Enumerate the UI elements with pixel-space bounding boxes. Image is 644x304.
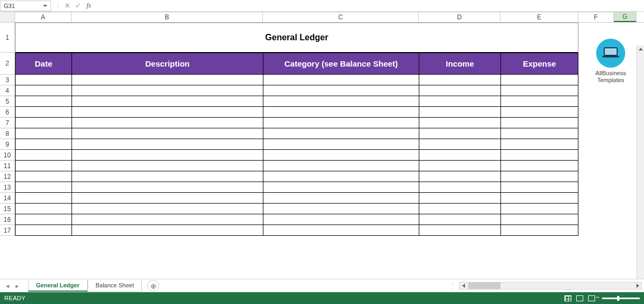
scroll-left-icon[interactable] (460, 284, 467, 288)
cell[interactable] (263, 128, 419, 139)
cell[interactable] (419, 75, 500, 85)
cell[interactable] (500, 204, 578, 214)
page-break-view-icon[interactable] (586, 294, 597, 302)
row-header[interactable]: 4 (0, 85, 15, 96)
row-header[interactable]: 7 (0, 118, 15, 128)
col-header-c[interactable]: C (263, 12, 419, 22)
cell[interactable] (263, 225, 419, 236)
cell[interactable] (71, 85, 263, 96)
sheet-tab-general-ledger[interactable]: General Ledger (28, 280, 88, 292)
tab-next-icon[interactable]: ► (14, 283, 20, 289)
cell[interactable] (263, 107, 419, 118)
enter-icon[interactable]: ✓ (73, 1, 83, 11)
cell[interactable] (419, 150, 500, 161)
cell[interactable] (263, 161, 419, 171)
cell[interactable] (263, 118, 419, 128)
header-description[interactable]: Description (71, 53, 263, 75)
cell[interactable] (500, 214, 578, 225)
row-header[interactable]: 3 (0, 75, 15, 85)
cell[interactable] (71, 214, 263, 225)
cell[interactable] (419, 139, 500, 150)
zoom-handle[interactable] (617, 296, 619, 301)
col-header-d[interactable]: D (419, 12, 500, 22)
cell[interactable] (71, 204, 263, 214)
sheet-tab-balance-sheet[interactable]: Balance Sheet (88, 280, 142, 292)
col-header-a[interactable]: A (15, 12, 71, 22)
cell[interactable] (500, 85, 578, 96)
cell[interactable] (500, 128, 578, 139)
cancel-icon[interactable]: ✕ (62, 1, 73, 11)
cell[interactable] (71, 107, 263, 118)
cell[interactable] (419, 107, 500, 118)
row-header[interactable]: 10 (0, 150, 15, 161)
row-header[interactable]: 12 (0, 171, 15, 182)
cell[interactable] (71, 182, 263, 193)
cell[interactable] (263, 75, 419, 85)
cell[interactable] (15, 150, 71, 161)
cell[interactable] (15, 204, 71, 214)
cell[interactable] (419, 85, 500, 96)
row-header[interactable]: 1 (0, 23, 15, 53)
row-header[interactable]: 2 (0, 53, 15, 75)
zoom-slider[interactable] (602, 298, 640, 299)
cell[interactable] (15, 214, 71, 225)
cell[interactable] (263, 182, 419, 193)
header-date[interactable]: Date (15, 53, 71, 75)
cell[interactable] (263, 214, 419, 225)
cell[interactable] (15, 107, 71, 118)
cell[interactable] (71, 75, 263, 85)
header-expense[interactable]: Expense (500, 53, 578, 75)
cell[interactable] (15, 96, 71, 107)
cell[interactable] (263, 193, 419, 204)
cell[interactable] (263, 96, 419, 107)
page-layout-view-icon[interactable] (574, 294, 585, 302)
cell[interactable] (500, 193, 578, 204)
cell[interactable] (419, 118, 500, 128)
cell[interactable] (500, 139, 578, 150)
cell[interactable] (500, 161, 578, 171)
cell[interactable] (500, 171, 578, 182)
cell[interactable] (15, 193, 71, 204)
name-box[interactable]: G31 (0, 1, 51, 11)
cell[interactable] (500, 118, 578, 128)
col-header-b[interactable]: B (71, 12, 263, 22)
select-all-corner[interactable] (0, 12, 15, 22)
cell[interactable] (71, 225, 263, 236)
scroll-right-icon[interactable] (634, 284, 641, 288)
cell[interactable] (419, 171, 500, 182)
tab-prev-icon[interactable]: ◄ (4, 283, 11, 289)
cell[interactable] (263, 139, 419, 150)
cells[interactable]: General Ledger Date Description Category… (15, 23, 644, 279)
row-header[interactable]: 14 (0, 193, 15, 204)
cell[interactable] (15, 225, 71, 236)
cell[interactable] (500, 150, 578, 161)
cell[interactable] (419, 214, 500, 225)
cell[interactable] (15, 182, 71, 193)
cell[interactable] (419, 225, 500, 236)
normal-view-icon[interactable] (562, 294, 573, 302)
cell[interactable] (71, 171, 263, 182)
vertical-scrollbar[interactable] (636, 45, 644, 279)
cell[interactable] (15, 128, 71, 139)
cell[interactable] (419, 96, 500, 107)
cell[interactable] (263, 150, 419, 161)
row-header[interactable]: 6 (0, 107, 15, 118)
header-income[interactable]: Income (419, 53, 500, 75)
cell[interactable] (71, 139, 263, 150)
cell[interactable] (419, 204, 500, 214)
scroll-thumb[interactable] (468, 283, 500, 289)
cell[interactable] (15, 85, 71, 96)
row-header[interactable]: 5 (0, 96, 15, 107)
cell[interactable] (71, 161, 263, 171)
cell[interactable] (419, 193, 500, 204)
cell[interactable] (419, 161, 500, 171)
cell[interactable] (500, 225, 578, 236)
formula-input[interactable] (95, 1, 644, 11)
cell[interactable] (500, 107, 578, 118)
row-header[interactable]: 8 (0, 128, 15, 139)
cell[interactable] (71, 96, 263, 107)
scroll-up-icon[interactable] (637, 45, 644, 53)
fx-icon[interactable]: fx (83, 2, 95, 10)
row-header[interactable]: 17 (0, 225, 15, 236)
cell[interactable] (15, 118, 71, 128)
